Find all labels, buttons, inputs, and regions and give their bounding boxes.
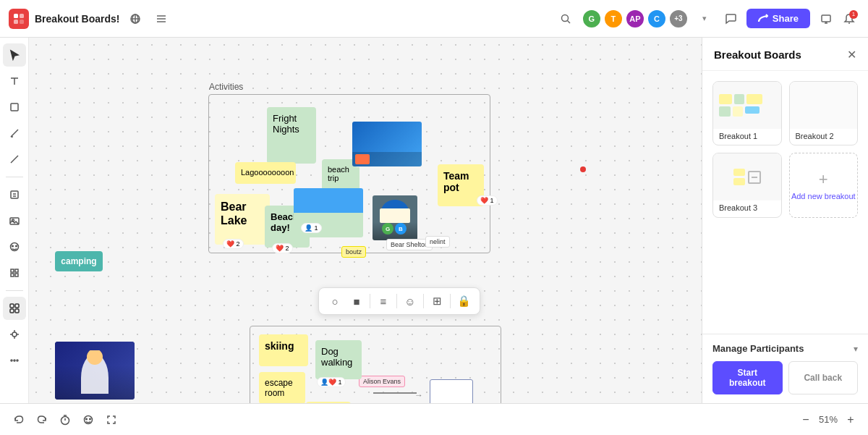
tv-icon[interactable] (816, 9, 836, 29)
sidebar-line-tool[interactable] (3, 148, 26, 171)
toolbar-square[interactable]: ■ (346, 291, 367, 311)
main-content: Activities Fright Nights Lagoooooooon be… (0, 38, 868, 403)
sticky-dog-walking[interactable]: Dog walking (315, 340, 362, 379)
sidebar-grid-tool[interactable] (3, 261, 26, 284)
bottom-right-zoom: − 51% + (797, 411, 859, 428)
svg-point-40 (12, 332, 17, 337)
menu-icon[interactable] (151, 9, 171, 29)
user-tag-nelint: nelint (425, 236, 450, 248)
user-avatars: G T AP C +3 (582, 9, 689, 29)
breakout-card-2[interactable]: Breakout 2 (789, 81, 859, 145)
avatar-c: C (647, 9, 667, 29)
add-icon: + (819, 170, 828, 189)
add-breakout-card[interactable]: + Add new breakout (789, 153, 859, 218)
breakout-1-preview (713, 82, 781, 129)
history-icon[interactable] (125, 9, 145, 29)
panel-title: Breakout Boards (714, 48, 801, 61)
zoom-in-button[interactable]: + (842, 411, 859, 428)
toolbar-emoji[interactable]: ☺ (400, 291, 420, 311)
person-photo (55, 342, 135, 400)
breakout-2-label: Breakout 2 (790, 129, 858, 145)
svg-line-23 (11, 156, 18, 163)
svg-point-11 (561, 14, 568, 21)
white-box-ski[interactable] (430, 379, 473, 403)
zoom-out-button[interactable]: − (797, 411, 814, 428)
toolbar-lock[interactable]: 🔒 (454, 291, 474, 311)
canvas-toolbar: ○ ■ ≡ ☺ ⊞ 🔒 (318, 287, 480, 315)
svg-point-30 (12, 245, 13, 247)
timer-icon[interactable] (55, 410, 75, 430)
sticky-bear-lake[interactable]: Bear Lake (215, 194, 270, 245)
canvas-area[interactable]: Activities Fright Nights Lagoooooooon be… (29, 38, 702, 403)
breakout-cards-grid: Breakout 1 Breakout 2 (702, 71, 868, 228)
toolbar-table[interactable]: ⊞ (427, 291, 447, 311)
user-tag-boutz: boutz (341, 246, 366, 258)
sidebar-image-tool[interactable] (3, 209, 26, 232)
sidebar-breakout-tool[interactable] (3, 297, 26, 320)
mp-title: Manage Participants (712, 343, 804, 354)
toolbar-circle[interactable]: ○ (325, 291, 345, 311)
breakout-card-3[interactable]: Breakout 3 (712, 153, 782, 218)
beach-day-reaction: ❤️ 2 (272, 243, 293, 253)
sidebar-plugin-tool[interactable] (3, 323, 26, 346)
redo-button[interactable] (32, 410, 52, 430)
toolbar-separator-4 (450, 294, 451, 308)
svg-rect-34 (11, 274, 14, 276)
panel-close-button[interactable]: ✕ (847, 48, 856, 62)
sticky-skiing[interactable]: skiing (259, 334, 308, 366)
sidebar-more-tool[interactable] (3, 349, 26, 372)
beach-photo (352, 122, 422, 166)
activities-label: Activities (209, 82, 243, 92)
sticky-escape-room[interactable]: escape room (259, 372, 305, 403)
person-hat-photo (373, 195, 417, 240)
sticky-lagoooooon[interactable]: Lagoooooooon (235, 162, 296, 184)
svg-point-47 (17, 360, 18, 361)
svg-point-52 (86, 418, 88, 420)
fullscreen-icon[interactable] (101, 410, 122, 430)
zoom-level: 51% (819, 414, 838, 425)
reaction-icon[interactable] (78, 410, 98, 430)
chevron-down-icon[interactable]: ▾ (694, 9, 715, 29)
connector-arrowhead: → (414, 390, 423, 400)
topbar-right-icons: 1 (816, 9, 859, 29)
svg-rect-38 (10, 309, 14, 313)
bottom-left-tools (9, 410, 122, 430)
sidebar-note-tool[interactable] (3, 183, 26, 206)
toolbar-align[interactable]: ≡ (373, 291, 393, 311)
sidebar-pen-tool[interactable] (3, 122, 26, 145)
notification-badge: 1 (849, 10, 858, 19)
breakout-3-preview (713, 153, 781, 200)
breakout-card-1[interactable]: Breakout 1 (712, 81, 782, 145)
beach-day-photo-reaction: 👤 1 (301, 223, 322, 233)
connector-arrow (373, 392, 417, 394)
share-button[interactable]: Share (746, 9, 810, 28)
sticky-potluck[interactable]: potluck (306, 402, 351, 403)
svg-line-12 (567, 20, 570, 23)
notification-icon[interactable]: 1 (839, 9, 859, 29)
bear-lake-reaction: ❤️ 2 (223, 239, 244, 249)
sidebar-emoji-tool[interactable] (3, 235, 26, 258)
sidebar-select-tool[interactable] (3, 43, 26, 67)
sidebar-text-tool[interactable] (3, 69, 26, 93)
sticky-fright-nights[interactable]: Fright Nights (267, 107, 316, 164)
mp-header: Manage Participants ▾ (712, 343, 858, 354)
sidebar-shape-tool[interactable] (3, 96, 26, 119)
mp-collapse-icon[interactable]: ▾ (854, 344, 858, 354)
toolbar-separator-1 (370, 294, 370, 308)
chat-icon[interactable] (720, 9, 741, 29)
svg-rect-33 (15, 269, 18, 272)
call-back-button[interactable]: Call back (788, 361, 859, 394)
breakout-1-label: Breakout 1 (713, 129, 781, 145)
start-breakout-button[interactable]: Start breakout (712, 361, 783, 394)
undo-button[interactable] (9, 410, 29, 430)
search-icon[interactable] (556, 9, 576, 29)
toolbar-separator-2 (396, 294, 397, 308)
svg-rect-0 (14, 14, 18, 18)
svg-rect-24 (11, 191, 18, 198)
panel-header: Breakout Boards ✕ (702, 38, 868, 71)
dog-walking-reaction: 👤❤️ 1 (317, 377, 346, 387)
avatar-plus: +3 (668, 9, 689, 29)
sticky-camping[interactable]: camping (55, 251, 103, 271)
bottom-bar: − 51% + (0, 403, 868, 435)
avatar-g: G (582, 9, 602, 29)
